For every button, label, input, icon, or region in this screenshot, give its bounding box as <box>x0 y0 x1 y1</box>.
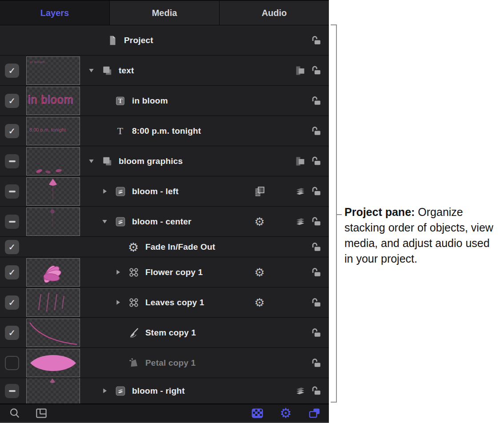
layer-label: bloom - right <box>132 386 185 396</box>
layer-row-petal-copy-1[interactable]: Petal copy 1 <box>0 348 329 378</box>
bottom-toolbar: ⚙ <box>0 404 329 422</box>
activation-checkbox[interactable]: ✓ <box>5 295 19 310</box>
activation-checkbox[interactable]: ✓ <box>5 124 19 138</box>
bracket-line <box>336 24 337 403</box>
layer-thumbnail <box>26 288 80 317</box>
unlock-icon[interactable] <box>310 357 322 369</box>
svg-text:T: T <box>118 97 123 104</box>
disclosure-right-icon[interactable] <box>115 269 128 275</box>
row-status-icons <box>294 185 322 197</box>
row-status-icons <box>310 297 322 308</box>
tab-layers[interactable]: Layers <box>0 1 109 25</box>
group-icon <box>101 156 116 167</box>
layer-icon <box>115 186 129 197</box>
activation-checkbox[interactable] <box>5 184 19 199</box>
checkerboard-icon[interactable] <box>250 406 265 421</box>
unlock-icon[interactable] <box>310 385 322 397</box>
activation-checkbox[interactable]: ✓ <box>5 64 19 78</box>
layer-row-fade-in-fade-out[interactable]: ✓⚙Fade In/Fade Out <box>0 237 329 257</box>
activation-checkbox[interactable]: ✓ <box>5 94 19 108</box>
layer-label: text <box>119 66 134 76</box>
gear-icon: ⚙ <box>245 297 274 308</box>
blend-icon <box>294 155 306 167</box>
annotation-text: Project pane: Organize stacking order of… <box>344 204 501 267</box>
overlap-squares-icon[interactable] <box>307 406 322 421</box>
document-icon <box>107 35 121 46</box>
clone-icon <box>128 297 142 308</box>
activation-checkbox[interactable]: ✓ <box>5 326 19 340</box>
row-status-icons <box>310 357 322 369</box>
activation-checkbox[interactable] <box>5 215 19 229</box>
layer-row-stem-copy-1[interactable]: ✓Stem copy 1 <box>0 318 329 348</box>
disclosure-down-icon[interactable] <box>88 67 101 74</box>
layer-label: bloom - left <box>132 187 179 196</box>
layer-row-text[interactable]: ✓in bloomtext <box>0 56 329 86</box>
disclosure-right-icon[interactable] <box>101 188 115 195</box>
bracket-tick-middle <box>336 214 342 215</box>
layers-list: Project✓in bloomtext✓in bloomTin bloom✓8… <box>0 25 329 404</box>
disclosure-down-icon[interactable] <box>88 158 101 164</box>
search-icon[interactable] <box>7 406 22 421</box>
row-status-icons <box>310 35 322 46</box>
layer-label: Project <box>124 36 153 45</box>
group-icon <box>101 65 116 76</box>
layer-row-flower-copy-1[interactable]: ✓Flower copy 1⚙ <box>0 257 329 287</box>
layer-label: Leaves copy 1 <box>145 298 204 307</box>
stack-icon <box>294 385 306 397</box>
media-icon <box>245 185 274 198</box>
layer-row-project[interactable]: Project <box>0 25 329 56</box>
unlock-icon[interactable] <box>310 297 322 308</box>
bracket-tick-top <box>331 24 337 25</box>
layer-row-in-bloom[interactable]: ✓in bloomTin bloom <box>0 86 329 116</box>
row-status-icons <box>310 327 322 339</box>
stack-icon <box>294 215 306 227</box>
text-serif-icon: T <box>115 125 129 136</box>
row-status-icons <box>294 155 322 167</box>
activation-checkbox[interactable] <box>5 356 19 370</box>
brush-icon <box>128 327 142 339</box>
layer-thumbnail <box>26 258 80 287</box>
activation-checkbox[interactable]: ✓ <box>5 265 19 279</box>
panes-icon[interactable] <box>34 406 49 421</box>
unlock-icon[interactable] <box>310 156 322 167</box>
unlock-icon[interactable] <box>310 327 322 339</box>
tab-audio[interactable]: Audio <box>219 1 329 25</box>
bracket-tick-bottom <box>331 402 337 403</box>
tab-media[interactable]: Media <box>109 1 219 25</box>
activation-checkbox[interactable] <box>5 154 19 168</box>
layer-label: in bloom <box>132 96 168 106</box>
disclosure-right-icon[interactable] <box>115 299 128 306</box>
unlock-icon[interactable] <box>310 186 322 197</box>
gear-icon: ⚙ <box>245 216 274 227</box>
unlock-icon[interactable] <box>310 95 322 107</box>
gear-icon[interactable]: ⚙ <box>278 406 293 421</box>
row-status-icons <box>294 64 322 76</box>
layer-row-bloom-right[interactable]: bloom - right <box>0 378 329 404</box>
layer-label: bloom graphics <box>119 156 183 166</box>
unlock-icon[interactable] <box>310 35 322 46</box>
layer-thumbnail: in bloom <box>26 87 80 115</box>
layer-row-8-00-p-m-tonight[interactable]: ✓8:00 p.m. tonightT8:00 p.m. tonight <box>0 116 329 146</box>
row-status-icons <box>294 385 322 397</box>
activation-checkbox[interactable] <box>5 384 19 398</box>
layer-row-bloom-graphics[interactable]: bloom graphics <box>0 146 329 176</box>
layer-icon <box>115 385 129 397</box>
layer-row-leaves-copy-1[interactable]: ✓Leaves copy 1⚙ <box>0 287 329 318</box>
unlock-icon[interactable] <box>310 241 322 253</box>
blend-icon <box>294 64 306 76</box>
layer-thumbnail <box>26 349 80 377</box>
activation-checkbox[interactable]: ✓ <box>5 240 19 254</box>
project-pane: Layers Media Audio Project✓in bloomtext✓… <box>0 0 329 423</box>
layer-row-bloom-left[interactable]: bloom - left <box>0 176 329 207</box>
disclosure-down-icon[interactable] <box>101 218 115 225</box>
layer-label: Flower copy 1 <box>145 267 203 277</box>
unlock-icon[interactable] <box>310 125 322 137</box>
unlock-icon[interactable] <box>310 216 322 227</box>
layer-thumbnail: in bloom <box>26 56 80 85</box>
unlock-icon[interactable] <box>310 267 322 278</box>
layer-row-bloom-center[interactable]: bloom - center⚙ <box>0 207 329 237</box>
layer-label: Petal copy 1 <box>145 358 196 368</box>
disclosure-right-icon[interactable] <box>101 387 115 394</box>
pane-tabs: Layers Media Audio <box>0 0 329 25</box>
unlock-icon[interactable] <box>310 65 322 76</box>
